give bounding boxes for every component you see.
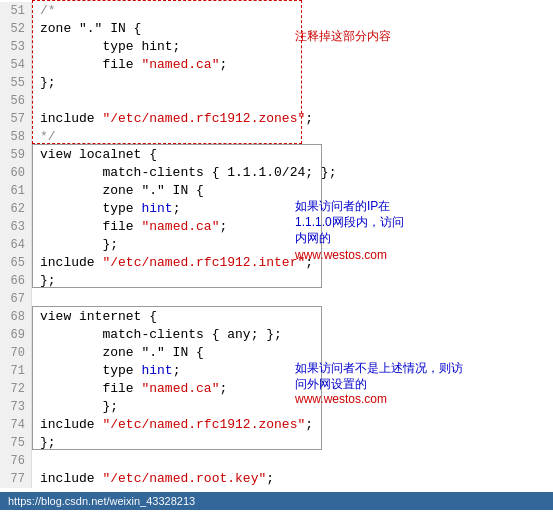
line-num-76: 76 [0,452,32,470]
line-content-60: match-clients { 1.1.1.0/24; }; [32,164,553,182]
line-num-77: 77 [0,470,32,488]
line-content-58: */ [32,128,553,146]
line-52: 52 zone "." IN { [0,20,553,38]
line-content-68: view internet { [32,308,553,326]
line-62: 62 type hint; [0,200,553,218]
line-content-56 [32,92,553,110]
line-content-51: /* [32,2,553,20]
line-57: 57 include "/etc/named.rfc1912.zones"; [0,110,553,128]
line-num-66: 66 [0,272,32,290]
line-num-57: 57 [0,110,32,128]
line-num-60: 60 [0,164,32,182]
line-64: 64 }; [0,236,553,254]
line-65: 65 include "/etc/named.rfc1912.inter"; [0,254,553,272]
line-68: 68 view internet { [0,308,553,326]
line-content-76 [32,452,553,470]
line-74: 74 include "/etc/named.rfc1912.zones"; [0,416,553,434]
line-content-65: include "/etc/named.rfc1912.inter"; [32,254,553,272]
line-61: 61 zone "." IN { [0,182,553,200]
line-content-71: type hint; [32,362,553,380]
line-content-74: include "/etc/named.rfc1912.zones"; [32,416,553,434]
line-num-75: 75 [0,434,32,452]
line-content-62: type hint; [32,200,553,218]
line-content-66: }; [32,272,553,290]
line-content-73: }; [32,398,553,416]
line-content-75: }; [32,434,553,452]
line-num-59: 59 [0,146,32,164]
line-num-73: 73 [0,398,32,416]
line-content-53: type hint; [32,38,553,56]
line-content-61: zone "." IN { [32,182,553,200]
line-51: 51 /* [0,2,553,20]
line-content-59: view localnet { [32,146,553,164]
line-content-63: file "named.ca"; [32,218,553,236]
line-content-57: include "/etc/named.rfc1912.zones"; [32,110,553,128]
line-63: 63 file "named.ca"; [0,218,553,236]
line-num-55: 55 [0,74,32,92]
line-content-67 [32,290,553,308]
line-num-63: 63 [0,218,32,236]
line-content-52: zone "." IN { [32,20,553,38]
line-60: 60 match-clients { 1.1.1.0/24; }; [0,164,553,182]
line-54: 54 file "named.ca"; [0,56,553,74]
line-53: 53 type hint; [0,38,553,56]
line-content-54: file "named.ca"; [32,56,553,74]
line-num-52: 52 [0,20,32,38]
line-num-67: 67 [0,290,32,308]
line-num-51: 51 [0,2,32,20]
line-76: 76 [0,452,553,470]
line-content-64: }; [32,236,553,254]
line-num-65: 65 [0,254,32,272]
line-num-62: 62 [0,200,32,218]
line-66: 66 }; [0,272,553,290]
line-num-56: 56 [0,92,32,110]
line-56: 56 [0,92,553,110]
line-59: 59 view localnet { [0,146,553,164]
line-num-70: 70 [0,344,32,362]
line-69: 69 match-clients { any; }; [0,326,553,344]
line-71: 71 type hint; [0,362,553,380]
line-content-55: }; [32,74,553,92]
line-72: 72 file "named.ca"; [0,380,553,398]
line-70: 70 zone "." IN { [0,344,553,362]
code-container: 51 /* 52 zone "." IN { 53 type hint; 54 … [0,0,553,510]
footer-bar: https://blog.csdn.net/weixin_43328213 [0,492,553,510]
line-num-69: 69 [0,326,32,344]
line-77: 77 include "/etc/named.root.key"; [0,470,553,488]
line-num-68: 68 [0,308,32,326]
line-content-69: match-clients { any; }; [32,326,553,344]
line-num-64: 64 [0,236,32,254]
line-67: 67 [0,290,553,308]
line-content-72: file "named.ca"; [32,380,553,398]
line-content-70: zone "." IN { [32,344,553,362]
line-num-61: 61 [0,182,32,200]
footer-url: https://blog.csdn.net/weixin_43328213 [8,495,195,507]
line-75: 75 }; [0,434,553,452]
line-num-72: 72 [0,380,32,398]
line-55: 55 }; [0,74,553,92]
line-58: 58 */ [0,128,553,146]
line-num-54: 54 [0,56,32,74]
code-block: 51 /* 52 zone "." IN { 53 type hint; 54 … [0,0,553,490]
line-num-74: 74 [0,416,32,434]
line-content-77: include "/etc/named.root.key"; [32,470,553,488]
line-num-53: 53 [0,38,32,56]
line-num-71: 71 [0,362,32,380]
line-num-58: 58 [0,128,32,146]
line-73: 73 }; [0,398,553,416]
